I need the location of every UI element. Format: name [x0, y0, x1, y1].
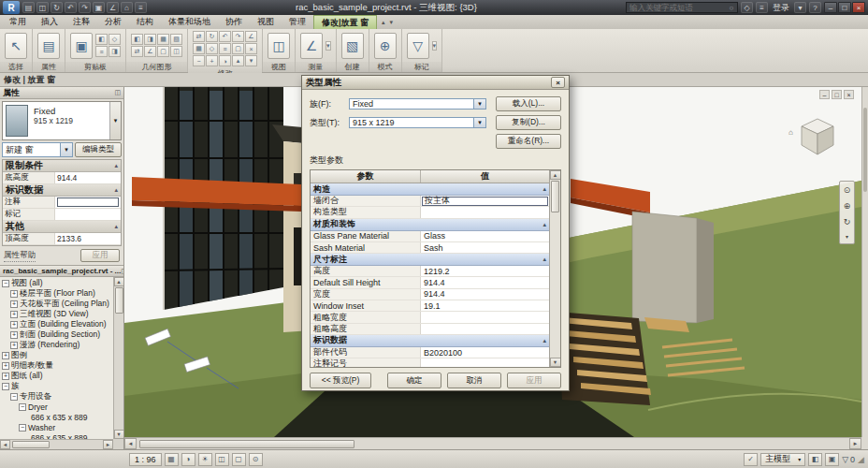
tab-modify-place-window[interactable]: 修改|放置 窗	[313, 15, 377, 29]
tree-item-schedules[interactable]: +明细表/数量	[0, 360, 113, 371]
collapse-icon[interactable]: −	[2, 383, 9, 390]
table-row[interactable]: Window Inset19.1	[311, 300, 549, 312]
tree-item-specialty-equipment[interactable]: −专用设备	[0, 391, 113, 402]
param-value[interactable]: Sash	[421, 242, 549, 253]
signin-button[interactable]: 登录	[771, 2, 791, 14]
expand-icon[interactable]: +	[10, 311, 18, 318]
table-row[interactable]: 宽度914.4	[311, 289, 549, 300]
close-button[interactable]: ×	[852, 2, 865, 13]
pin-icon[interactable]: +	[206, 55, 218, 66]
move-down-icon[interactable]: ▾	[245, 55, 257, 66]
unpin-icon[interactable]: −	[193, 55, 205, 66]
crop-view-icon[interactable]: ▢	[232, 453, 246, 466]
param-value[interactable]	[421, 358, 549, 368]
measure-tool-icon[interactable]: ∠	[300, 33, 323, 59]
wall-closure-input[interactable]: 按主体	[422, 197, 548, 206]
search-input[interactable]	[627, 3, 726, 12]
edit-type-button[interactable]: 编辑类型	[75, 142, 122, 157]
tree-item-views[interactable]: −视图 (all)	[0, 278, 113, 288]
dialog-title-bar[interactable]: 类型属性 ×	[302, 76, 569, 90]
sun-path-icon[interactable]: ☀	[198, 453, 212, 466]
column-header-parameter[interactable]: 参数	[311, 170, 421, 183]
measure-icon[interactable]: ∠	[107, 2, 119, 13]
collapse-group-icon[interactable]: ▴	[542, 185, 546, 193]
zoom-icon[interactable]: ⊕	[844, 201, 851, 211]
delete-icon[interactable]: ×	[245, 43, 257, 54]
type-selector-dropdown-icon[interactable]: ▾	[109, 102, 121, 139]
home-icon[interactable]: ⌂	[788, 128, 793, 137]
param-value[interactable]: 1219.2	[421, 266, 549, 276]
prop-group-other[interactable]: 其他▴	[3, 221, 121, 233]
column-header-value[interactable]: 值	[421, 170, 549, 183]
scrollbar-thumb[interactable]	[863, 108, 867, 192]
expand-icon[interactable]: +	[2, 373, 9, 380]
split-icon[interactable]: ◑	[219, 55, 231, 66]
properties-palette-header[interactable]: 属性 ◫	[0, 87, 123, 99]
prop-value[interactable]: 914.4	[55, 172, 121, 183]
dialog-apply-button[interactable]: 应用	[507, 373, 561, 388]
table-row[interactable]: 粗略高度	[311, 324, 549, 335]
join-icon[interactable]: ▦	[157, 34, 169, 45]
expand-icon[interactable]: +	[2, 352, 9, 359]
collapse-group-icon[interactable]: ▴	[114, 186, 118, 194]
visual-style-icon[interactable]: ◑	[181, 453, 195, 466]
param-value[interactable]: B2020100	[421, 347, 549, 358]
tree-item-sheets[interactable]: +图纸 (all)	[0, 371, 113, 381]
tab-collaborate[interactable]: 协作	[218, 15, 250, 29]
collapse-group-icon[interactable]: ▴	[542, 256, 546, 263]
cut-geometry-icon[interactable]: ◨	[144, 34, 156, 45]
browser-vertical-scrollbar[interactable]: ▲ ▼	[113, 277, 123, 439]
print-icon[interactable]: ▣	[93, 2, 105, 13]
comments-input[interactable]	[57, 197, 119, 207]
properties-icon[interactable]: ▤	[37, 33, 60, 59]
paste-icon[interactable]: ▣	[70, 33, 93, 59]
duplicate-button[interactable]: 复制(D)...	[496, 115, 561, 130]
scroll-down-icon[interactable]: ▼	[550, 358, 561, 367]
selection-filter[interactable]: ▽ 0	[842, 455, 855, 464]
collapse-group-icon[interactable]: ▴	[542, 337, 546, 344]
undo-tool-icon[interactable]: ↶	[219, 31, 231, 42]
shadows-icon[interactable]: ◫	[215, 453, 229, 466]
expand-icon[interactable]: +	[2, 362, 9, 370]
filter-select-dropdown-icon[interactable]: ▾	[60, 143, 72, 156]
measure-dropdown-icon[interactable]: ▾	[326, 41, 331, 51]
collapse-icon[interactable]: −	[10, 393, 18, 401]
param-value[interactable]	[421, 207, 549, 217]
scrollbar-thumb[interactable]	[139, 440, 354, 448]
view-restore-icon[interactable]: □	[832, 90, 842, 99]
preview-button[interactable]: << 预览(P)	[310, 373, 371, 388]
collapse-group-icon[interactable]: ▴	[542, 221, 546, 228]
mirror-icon[interactable]: ◇	[206, 43, 218, 54]
table-row[interactable]: 粗略宽度	[311, 312, 549, 323]
table-row[interactable]: 构造类型	[311, 207, 549, 218]
expand-icon[interactable]: +	[10, 331, 18, 339]
scroll-up-icon[interactable]: ▲	[114, 277, 124, 286]
tree-item-dryer-type[interactable]: 686 x 635 x 889	[0, 412, 113, 422]
cope-icon[interactable]: ◧	[131, 34, 143, 45]
tab-structure[interactable]: 结构	[129, 15, 161, 29]
table-row[interactable]: Glass Pane MaterialGlass	[311, 231, 549, 242]
collapse-group-icon[interactable]: ▴	[114, 162, 118, 169]
expand-icon[interactable]: +	[10, 290, 18, 298]
param-group-dimensions[interactable]: 尺寸标注▴	[311, 254, 549, 266]
filter-select[interactable]: 新建 窗 ▾	[2, 142, 73, 157]
prop-group-identity[interactable]: 标识数据▴	[3, 184, 121, 197]
3d-view-icon[interactable]: ⌂	[121, 2, 133, 13]
prop-row-comments[interactable]: 注释	[3, 197, 121, 209]
tab-massing-site[interactable]: 体量和场地	[161, 15, 218, 29]
beam-join-icon[interactable]: ⇄	[131, 46, 143, 57]
tag-dropdown-icon[interactable]: ▾	[432, 41, 438, 51]
cut-icon[interactable]: ◧	[95, 34, 108, 45]
table-row[interactable]: 墙闭合按主体	[311, 196, 549, 207]
tree-item-legends[interactable]: +图例	[0, 350, 113, 360]
comm-center-icon[interactable]: ≡	[756, 2, 768, 13]
prop-row-head-height[interactable]: 顶高度2133.6	[3, 233, 121, 245]
tree-item-floor-plans[interactable]: +楼层平面 (Floor Plan)	[0, 288, 113, 299]
properties-apply-button[interactable]: 应用	[80, 249, 120, 262]
view-minimize-icon[interactable]: –	[819, 90, 830, 99]
param-group-materials[interactable]: 材质和装饰▴	[311, 219, 549, 231]
view-cube[interactable]: ⌂	[790, 111, 843, 164]
navbar-dropdown-icon[interactable]: ▾	[846, 233, 848, 240]
chevron-down-icon[interactable]: ▾	[473, 118, 485, 127]
modify-cursor-icon[interactable]: ↖	[5, 33, 27, 59]
